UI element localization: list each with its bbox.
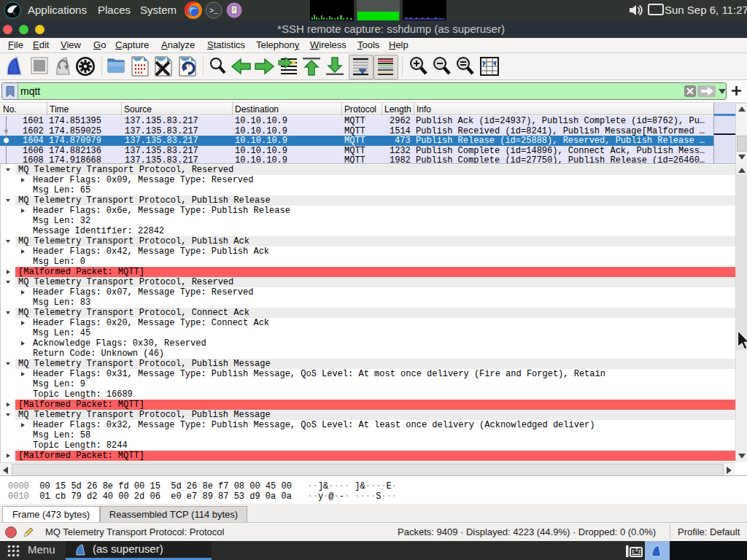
svg-text:>_: >_ bbox=[209, 7, 219, 15]
svg-text:z: z bbox=[632, 548, 635, 553]
svg-text:z: z bbox=[638, 548, 641, 553]
